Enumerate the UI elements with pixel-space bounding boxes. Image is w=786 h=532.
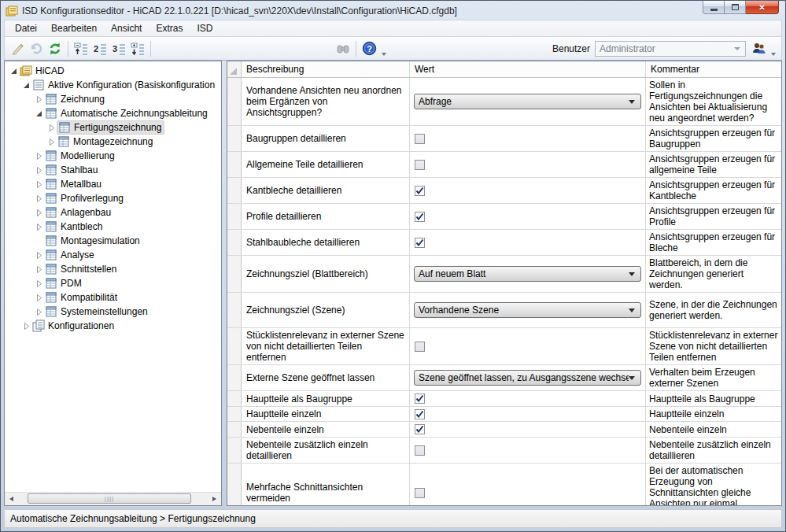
tree-expander[interactable]: [35, 94, 44, 104]
tree-expander[interactable]: [47, 137, 57, 146]
tree-expander[interactable]: [35, 151, 44, 161]
row-gutter[interactable]: [227, 256, 242, 292]
grid-header: Beschreibung Wert Kommentar: [227, 61, 781, 78]
tree-expander[interactable]: [35, 208, 44, 217]
tree-item-fertigungszeichnung[interactable]: Fertigungszeichnung: [57, 120, 164, 135]
row-gutter[interactable]: [227, 365, 242, 390]
tree-item-metallbau[interactable]: Metallbau: [44, 177, 104, 191]
expand-all-button[interactable]: [128, 39, 147, 58]
tree-expander[interactable]: [35, 307, 44, 316]
row-gutter[interactable]: [227, 422, 242, 437]
row-gutter[interactable]: [227, 152, 242, 177]
row-gutter[interactable]: [227, 78, 242, 125]
expand-level-3-button[interactable]: 3: [109, 39, 128, 58]
find-button[interactable]: [334, 39, 352, 58]
row-gutter[interactable]: [227, 204, 242, 229]
tree-item-aktive-konfiguration-basiskonfiguration[interactable]: Aktive Konfiguration (Basiskonfiguration: [31, 78, 217, 92]
tree-item-kompatibilit-t[interactable]: Kompatibilität: [44, 290, 120, 305]
tree-item-hicad[interactable]: HiCAD: [19, 64, 67, 78]
menu-isd[interactable]: ISD: [190, 21, 220, 36]
tree-item-kantblech[interactable]: Kantblech: [44, 220, 105, 234]
checkbox-unchecked[interactable]: [415, 342, 425, 352]
tree-item-modellierung[interactable]: Modellierung: [44, 149, 117, 163]
help-button[interactable]: ?: [360, 39, 378, 58]
checkbox-checked[interactable]: [415, 186, 425, 196]
tree-expander[interactable]: [9, 66, 19, 76]
checkbox-checked[interactable]: [415, 409, 425, 419]
tree-item-pdm[interactable]: PDM: [44, 276, 84, 290]
tree-item-schnittstellen[interactable]: Schnittstellen: [44, 262, 119, 276]
user-management-button[interactable]: [749, 39, 768, 58]
tree-item-zeichnung[interactable]: Zeichnung: [44, 92, 107, 106]
tree-expander[interactable]: [35, 264, 44, 274]
tree-item-analyse[interactable]: Analyse: [44, 248, 97, 262]
tree-expander[interactable]: [22, 80, 31, 90]
value-dropdown[interactable]: Szene geöffnet lassen, zu Ausgangsszene …: [414, 370, 641, 386]
scrollbar-track[interactable]: ||||: [18, 493, 208, 505]
menu-bearbeiten[interactable]: Bearbeiten: [44, 21, 104, 36]
row-gutter[interactable]: [227, 464, 242, 505]
row-gutter[interactable]: [227, 438, 242, 463]
tree-expander[interactable]: [35, 222, 44, 231]
toolbar-overflow-button[interactable]: [378, 39, 389, 58]
checkbox-checked[interactable]: [415, 424, 425, 434]
tree-item-anlagenbau[interactable]: Anlagenbau: [44, 205, 113, 220]
checkbox-checked[interactable]: [415, 238, 425, 248]
value-dropdown[interactable]: Auf neuem Blatt: [414, 266, 641, 282]
column-header-kommentar[interactable]: Kommentar: [646, 61, 781, 77]
refresh-button[interactable]: [46, 39, 65, 58]
checkbox-unchecked[interactable]: [415, 134, 425, 144]
checkbox-unchecked[interactable]: [415, 488, 425, 498]
row-gutter[interactable]: [227, 328, 242, 364]
table-row: Nebenteile einzelnNebenteile einzeln: [227, 422, 781, 438]
scroll-right-button[interactable]: [208, 493, 221, 505]
table-node-icon: [45, 235, 57, 247]
menu-datei[interactable]: Datei: [8, 21, 44, 36]
row-gutter[interactable]: [227, 230, 242, 255]
tree-item-montagezeichnung[interactable]: Montagezeichnung: [57, 135, 155, 149]
tree-horizontal-scrollbar[interactable]: ||||: [5, 492, 221, 505]
tree-item-montagesimulation[interactable]: Montagesimulation: [44, 234, 142, 248]
tree-item-stahlbau[interactable]: Stahlbau: [44, 163, 100, 177]
tree-item-profilverlegung[interactable]: Profilverlegung: [44, 191, 126, 205]
row-gutter[interactable]: [227, 293, 242, 327]
value-dropdown[interactable]: Abfrage: [414, 94, 641, 109]
row-gutter[interactable]: [227, 178, 242, 203]
tree-expander[interactable]: [35, 293, 44, 302]
tree-item-konfigurationen[interactable]: Konfigurationen: [31, 319, 116, 333]
close-button[interactable]: ✕: [746, 1, 779, 14]
tree-item-automatische-zeichnungsableitung[interactable]: Automatische Zeichnungsableitung: [44, 106, 210, 120]
tree-expander[interactable]: [22, 321, 31, 331]
menu-ansicht[interactable]: Ansicht: [104, 21, 149, 36]
scrollbar-thumb[interactable]: ||||: [28, 493, 191, 504]
user-combobox[interactable]: Administrator: [595, 41, 746, 57]
tree-expander[interactable]: [35, 109, 44, 118]
checkbox-checked[interactable]: [415, 212, 425, 222]
column-header-beschreibung[interactable]: Beschreibung: [242, 61, 410, 77]
tree-expander[interactable]: [35, 194, 44, 203]
row-gutter[interactable]: [227, 126, 242, 151]
checkbox-checked[interactable]: [415, 393, 425, 404]
menu-extras[interactable]: Extras: [149, 21, 190, 36]
tree-expander[interactable]: [35, 250, 44, 260]
tree-item-systemeinstellungen[interactable]: Systemeinstellungen: [44, 305, 150, 319]
column-header-wert[interactable]: Wert: [410, 61, 646, 77]
maximize-button[interactable]: [725, 1, 746, 14]
row-gutter[interactable]: [227, 407, 242, 421]
collapse-all-button[interactable]: [72, 39, 90, 58]
minimize-button[interactable]: [703, 1, 725, 14]
tree-expander[interactable]: [47, 123, 57, 132]
table-icon: [57, 135, 70, 148]
checkbox-unchecked[interactable]: [415, 445, 425, 456]
toolbar-overflow-button[interactable]: [768, 39, 778, 58]
expand-level-2-button[interactable]: 2: [90, 39, 109, 58]
checkbox-unchecked[interactable]: [415, 160, 425, 170]
row-gutter[interactable]: [227, 391, 242, 406]
edit-button[interactable]: [8, 39, 27, 58]
tree-expander[interactable]: [35, 179, 44, 189]
tree-expander[interactable]: [35, 279, 44, 288]
value-dropdown[interactable]: Vorhandene Szene: [414, 302, 641, 318]
undo-button[interactable]: [27, 39, 46, 58]
tree-expander[interactable]: [35, 165, 44, 175]
scroll-left-button[interactable]: [5, 493, 18, 505]
